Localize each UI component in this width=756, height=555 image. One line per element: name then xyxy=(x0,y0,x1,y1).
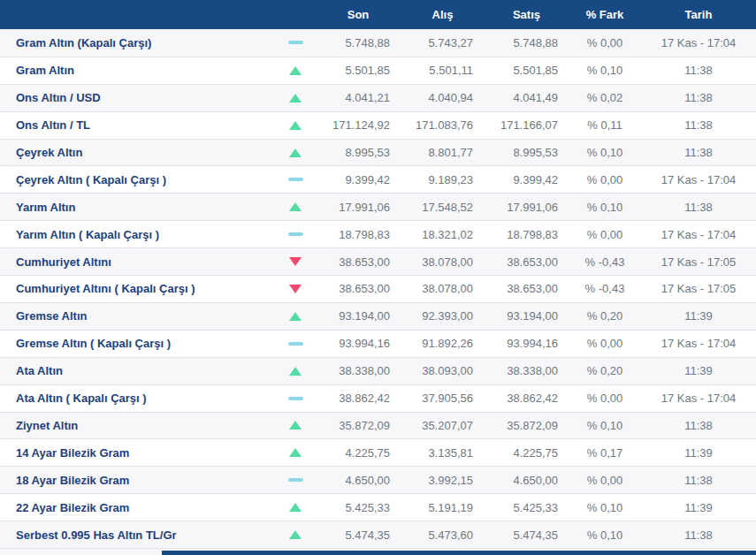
instrument-name-link[interactable]: Cumhuriyet Altını ( Kapalı Çarşı ) xyxy=(0,276,275,302)
fark-value: % 0,10 xyxy=(569,413,641,439)
table-row: 14 Ayar Bilezik Gram4.225,753.135,814.22… xyxy=(0,438,756,466)
tarih-value: 17 Kas - 17:04 xyxy=(641,331,756,357)
instrument-name-link[interactable]: 14 Ayar Bilezik Gram xyxy=(0,439,275,466)
son-value: 8.995,53 xyxy=(316,140,401,166)
instrument-name-link[interactable]: Ziynet Altın xyxy=(0,413,275,439)
trend-up-icon xyxy=(275,140,316,166)
son-value: 171.124,92 xyxy=(316,112,401,139)
alis-value: 8.801,77 xyxy=(401,140,485,166)
instrument-name-link[interactable]: Ons Altın / TL xyxy=(0,112,275,139)
table-row: Ata Altın ( Kapalı Çarşı )38.862,4237.90… xyxy=(0,384,756,412)
son-value: 5.425,33 xyxy=(316,494,401,521)
trend-flat-icon xyxy=(275,467,316,493)
table-row: Cumhuriyet Altını ( Kapalı Çarşı )38.653… xyxy=(0,275,756,302)
tarih-value: 11:38 xyxy=(641,140,756,166)
son-value: 38.653,00 xyxy=(316,248,401,275)
table-row: Gremse Altın93.194,0092.393,0093.194,00%… xyxy=(0,302,756,330)
table-rows: Gram Altın (Kapalı Çarşı)5.748,885.743,2… xyxy=(0,29,756,548)
up-triangle-icon xyxy=(289,312,302,321)
satis-value: 38.338,00 xyxy=(485,358,569,384)
fark-value: % 0,00 xyxy=(569,221,641,247)
son-value: 17.991,06 xyxy=(316,194,401,220)
tarih-value: 11:38 xyxy=(641,85,756,111)
tarih-value: 11:38 xyxy=(641,521,756,548)
instrument-name-link[interactable]: Ata Altın ( Kapalı Çarşı ) xyxy=(0,385,275,412)
alis-value: 92.393,00 xyxy=(401,303,485,330)
alis-value: 5.191,19 xyxy=(401,494,485,521)
fark-value: % 0,17 xyxy=(569,439,641,466)
son-value: 35.872,09 xyxy=(316,413,401,439)
fark-value: % 0,20 xyxy=(569,303,641,330)
fark-value: % 0,00 xyxy=(569,29,641,57)
instrument-name-link[interactable]: Cumhuriyet Altını xyxy=(0,248,275,275)
fark-value: % 0,10 xyxy=(569,494,641,521)
instrument-name-link[interactable]: Gremse Altın ( Kapalı Çarşı ) xyxy=(0,331,275,357)
table-row: Çeyrek Altın8.995,538.801,778.995,53% 0,… xyxy=(0,139,756,166)
satis-value: 38.653,00 xyxy=(485,248,569,275)
fark-value: % 0,11 xyxy=(569,112,641,139)
trend-flat-icon xyxy=(275,29,316,57)
tarih-value: 11:39 xyxy=(641,439,756,466)
up-triangle-icon xyxy=(289,202,302,211)
trend-up-icon xyxy=(275,358,316,384)
next-table-header-edge xyxy=(162,551,756,555)
fark-value: % -0,43 xyxy=(569,276,641,302)
table-row: Yarım Altın17.991,0617.548,5217.991,06% … xyxy=(0,193,756,220)
son-value: 4.650,00 xyxy=(316,467,401,493)
header-trend-spacer xyxy=(275,0,316,29)
table-row: Ziynet Altın35.872,0935.207,0735.872,09%… xyxy=(0,412,756,439)
alis-value: 38.093,00 xyxy=(401,358,485,384)
instrument-name-link[interactable]: Gram Altın (Kapalı Çarşı) xyxy=(0,29,275,57)
header-name-spacer xyxy=(0,0,275,29)
satis-value: 4.650,00 xyxy=(485,467,569,493)
trend-up-icon xyxy=(275,57,316,84)
trend-up-icon xyxy=(275,439,316,466)
tarih-value: 11:39 xyxy=(641,358,756,384)
alis-value: 4.040,94 xyxy=(401,85,485,111)
table-row: Gremse Altın ( Kapalı Çarşı )93.994,1691… xyxy=(0,330,756,357)
fark-value: % 0,02 xyxy=(569,85,641,111)
son-value: 9.399,42 xyxy=(316,166,401,193)
satis-value: 4.225,75 xyxy=(485,439,569,466)
instrument-name-link[interactable]: Ata Altın xyxy=(0,358,275,384)
instrument-name-link[interactable]: 18 Ayar Bilezik Gram xyxy=(0,467,275,493)
instrument-name-link[interactable]: Gremse Altın xyxy=(0,303,275,330)
table-header-row: Son Alış Satış % Fark Tarih xyxy=(0,0,756,29)
alis-value: 37.905,56 xyxy=(401,385,485,412)
alis-value: 38.078,00 xyxy=(401,248,485,275)
trend-flat-icon xyxy=(275,331,316,357)
down-triangle-icon xyxy=(289,285,302,293)
table-row: Serbest 0.995 Has Altın TL/Gr5.474,355.4… xyxy=(0,521,756,548)
instrument-name-link[interactable]: Çeyrek Altın ( Kapalı Çarşı ) xyxy=(0,166,275,193)
table-row: Ata Altın38.338,0038.093,0038.338,00% 0,… xyxy=(0,357,756,384)
table-row: 22 Ayar Bilezik Gram5.425,335.191,195.42… xyxy=(0,493,756,521)
up-triangle-icon xyxy=(289,148,302,157)
instrument-name-link[interactable]: Çeyrek Altın xyxy=(0,140,275,166)
tarih-value: 11:38 xyxy=(641,467,756,493)
trend-up-icon xyxy=(275,521,316,548)
header-fark: % Fark xyxy=(569,0,641,29)
satis-value: 38.862,42 xyxy=(485,385,569,412)
fark-value: % -0,43 xyxy=(569,248,641,275)
instrument-name-link[interactable]: Yarım Altın xyxy=(0,194,275,220)
up-triangle-icon xyxy=(289,66,302,75)
son-value: 38.862,42 xyxy=(316,385,401,412)
trend-flat-icon xyxy=(275,166,316,193)
up-triangle-icon xyxy=(289,503,302,512)
son-value: 5.501,85 xyxy=(316,57,401,84)
satis-value: 35.872,09 xyxy=(485,413,569,439)
instrument-name-link[interactable]: Gram Altın xyxy=(0,57,275,84)
son-value: 5.474,35 xyxy=(316,521,401,548)
fark-value: % 0,00 xyxy=(569,166,641,193)
tarih-value: 11:38 xyxy=(641,413,756,439)
header-alis: Alış xyxy=(401,0,485,29)
instrument-name-link[interactable]: Ons Altın / USD xyxy=(0,85,275,111)
table-row: Yarım Altın ( Kapalı Çarşı )18.798,8318.… xyxy=(0,220,756,247)
satis-value: 8.995,53 xyxy=(485,140,569,166)
alis-value: 17.548,52 xyxy=(401,194,485,220)
instrument-name-link[interactable]: Yarım Altın ( Kapalı Çarşı ) xyxy=(0,221,275,247)
instrument-name-link[interactable]: Serbest 0.995 Has Altın TL/Gr xyxy=(0,521,275,548)
up-triangle-icon xyxy=(289,94,302,103)
instrument-name-link[interactable]: 22 Ayar Bilezik Gram xyxy=(0,494,275,521)
alis-value: 3.135,81 xyxy=(401,439,485,466)
